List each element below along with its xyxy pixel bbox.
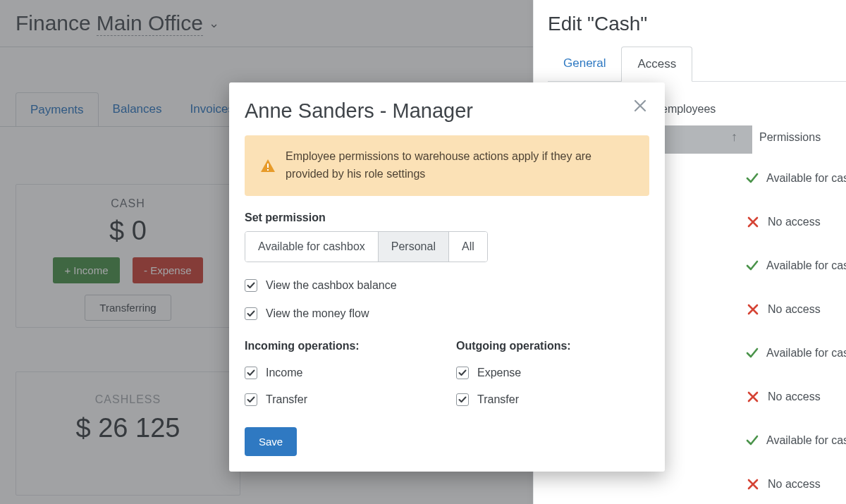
side-panel-title: Edit "Cash" — [534, 0, 846, 35]
checkbox-income[interactable] — [245, 367, 257, 379]
perm-row-text: Available for cas — [766, 347, 846, 359]
sort-arrow-up-icon[interactable]: ↑ — [731, 130, 737, 145]
checkbox-out-transfer-label: Transfer — [477, 393, 519, 406]
info-note-text: Employee permissions to warehouse action… — [286, 148, 635, 183]
checkbox-expense-label: Expense — [477, 367, 521, 379]
close-icon[interactable] — [632, 98, 652, 118]
outgoing-ops-title: Outgoing operations: — [456, 340, 625, 352]
perm-row-text: No access — [768, 391, 821, 403]
incoming-ops-title: Incoming operations: — [245, 340, 414, 352]
perm-row-text: Available for cas — [766, 172, 846, 185]
svg-rect-0 — [267, 164, 269, 168]
check-icon — [745, 345, 759, 361]
seg-all[interactable]: All — [449, 232, 487, 262]
modal-title: Anne Sanders - Manager — [245, 99, 649, 123]
save-button[interactable]: Save — [245, 427, 297, 456]
perm-row-text: Available for cas — [766, 434, 846, 447]
checkbox-view-flow[interactable] — [245, 307, 257, 320]
check-icon — [745, 433, 759, 448]
employee-permission-modal: Anne Sanders - Manager Employee permissi… — [229, 82, 665, 472]
perm-header-label: Permissions — [759, 131, 821, 144]
checkbox-income-label: Income — [266, 367, 302, 379]
side-tabs: General Access — [548, 47, 846, 82]
warning-icon — [257, 148, 278, 183]
svg-rect-1 — [267, 169, 269, 171]
x-icon — [745, 302, 761, 317]
side-tab-general[interactable]: General — [548, 47, 621, 81]
checkbox-in-transfer-label: Transfer — [266, 393, 307, 406]
perm-row-text: Available for cas — [766, 259, 846, 272]
x-icon — [745, 214, 761, 230]
checkbox-view-flow-label: View the money flow — [266, 307, 369, 320]
permission-segmented: Available for cashbox Personal All — [245, 231, 488, 262]
perm-row-text: No access — [768, 478, 821, 491]
set-permission-label: Set permission — [245, 211, 649, 224]
check-icon — [745, 258, 759, 273]
seg-personal[interactable]: Personal — [379, 232, 449, 262]
x-icon — [745, 477, 761, 492]
side-tab-access[interactable]: Access — [621, 47, 692, 82]
check-icon — [745, 171, 759, 186]
seg-available[interactable]: Available for cashbox — [245, 232, 379, 262]
perm-row-text: No access — [768, 303, 821, 316]
checkbox-out-transfer[interactable] — [456, 393, 469, 406]
checkbox-view-balance-label: View the cashbox balance — [266, 279, 397, 292]
checkbox-in-transfer[interactable] — [245, 393, 257, 406]
checkbox-view-balance[interactable] — [245, 279, 257, 292]
perm-row-text: No access — [768, 216, 821, 228]
info-note: Employee permissions to warehouse action… — [245, 135, 649, 196]
checkbox-expense[interactable] — [456, 367, 469, 379]
x-icon — [745, 389, 761, 405]
